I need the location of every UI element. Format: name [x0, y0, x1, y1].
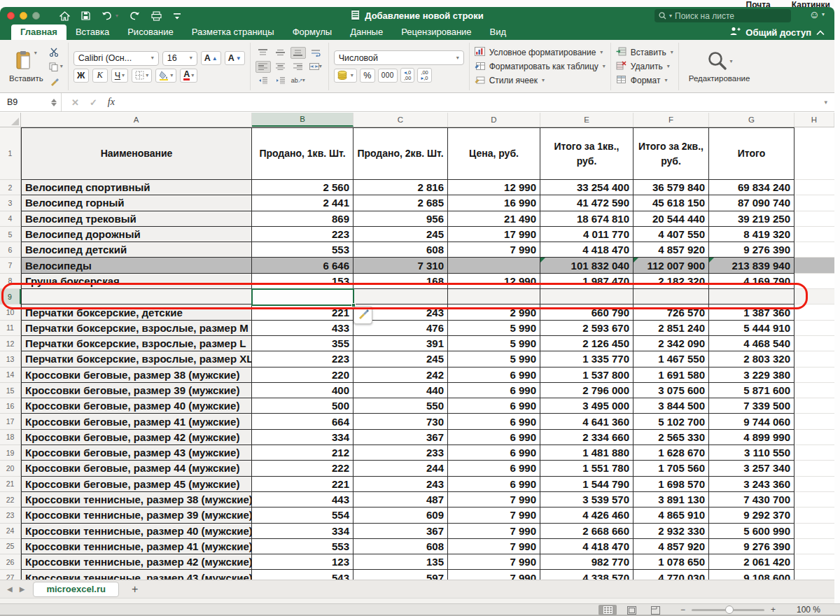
cell[interactable]: 223: [252, 351, 354, 367]
align-bottom-icon[interactable]: [290, 47, 306, 59]
cell[interactable]: [794, 321, 834, 336]
row-header-23[interactable]: 23: [0, 507, 21, 523]
cell[interactable]: 41 472 590: [540, 195, 634, 211]
formula-bar-expand-icon[interactable]: ▾: [824, 99, 827, 106]
cell[interactable]: 12 990: [448, 180, 540, 195]
cell[interactable]: 1 705 560: [634, 461, 709, 476]
cell[interactable]: 3 110 550: [709, 445, 794, 461]
cell[interactable]: Кроссовки беговые, размер 39 (мужские): [21, 383, 252, 398]
cell[interactable]: Велосипед горный: [21, 195, 252, 211]
cell[interactable]: 7 990: [448, 570, 540, 580]
row-header-14[interactable]: 14: [0, 368, 21, 383]
shrink-font-button[interactable]: А▼: [225, 51, 245, 65]
name-box-stepper[interactable]: [51, 99, 57, 106]
cell[interactable]: 69 834 240: [709, 180, 794, 195]
cell[interactable]: 553: [252, 539, 354, 554]
cell[interactable]: 222: [252, 461, 354, 476]
row-header-1[interactable]: 1: [0, 127, 21, 180]
row-header-24[interactable]: 24: [0, 524, 21, 539]
sheet-search-input[interactable]: ▾ Поиск на листе: [654, 9, 791, 22]
cell[interactable]: 1 078 650: [634, 554, 709, 570]
cell[interactable]: [794, 258, 834, 273]
wrap-text-icon[interactable]: [308, 47, 323, 59]
close-window-button[interactable]: [7, 12, 15, 20]
tab-Разметка страницы[interactable]: Разметка страницы: [183, 24, 284, 40]
cell[interactable]: 244: [354, 461, 448, 476]
percent-format-button[interactable]: %: [360, 69, 375, 83]
cell[interactable]: 400: [252, 383, 354, 398]
row-header-7[interactable]: 7: [0, 258, 21, 273]
tab-Данные[interactable]: Данные: [341, 24, 392, 40]
cell[interactable]: Велосипед трековый: [21, 211, 252, 227]
cell[interactable]: 5 990: [448, 321, 540, 336]
tab-Формулы[interactable]: Формулы: [284, 24, 342, 40]
cell[interactable]: 2 685: [354, 195, 448, 211]
cell[interactable]: 212: [252, 445, 354, 461]
cell[interactable]: Кроссовки беговые, размер 41 (мужские): [21, 414, 252, 429]
cut-icon[interactable]: [49, 46, 60, 57]
next-sheet-icon[interactable]: ▶: [20, 585, 25, 593]
align-top-icon[interactable]: [255, 47, 271, 59]
cell[interactable]: [794, 524, 834, 539]
cell[interactable]: Кроссовки теннисные, размер 43 (мужские): [21, 570, 252, 580]
cell[interactable]: 101 832 040: [540, 258, 634, 273]
cell[interactable]: 39 219 250: [709, 211, 794, 227]
cell[interactable]: 391: [354, 336, 448, 351]
cell[interactable]: 7 990: [448, 554, 540, 570]
cell[interactable]: [794, 195, 834, 211]
cell[interactable]: Итого: [709, 127, 794, 180]
cell[interactable]: 367: [354, 524, 448, 539]
cell[interactable]: 367: [354, 430, 448, 445]
sheet-tab-active[interactable]: microexcel.ru: [33, 582, 119, 597]
increase-indent-icon[interactable]: [273, 75, 288, 87]
editing-dropdown-icon[interactable]: ▾: [730, 59, 733, 64]
cell[interactable]: 6 990: [448, 477, 540, 492]
row-header-5[interactable]: 5: [0, 227, 21, 242]
cell[interactable]: Продано, 2кв. Шт.: [354, 127, 448, 180]
column-header-F[interactable]: F: [634, 113, 709, 127]
cell[interactable]: [794, 539, 834, 554]
cell[interactable]: 730: [354, 414, 448, 429]
cell[interactable]: 1 481 880: [540, 445, 634, 461]
cell[interactable]: Кроссовки беговые, размер 40 (мужские): [21, 398, 252, 414]
currency-format-button[interactable]: ▾: [334, 69, 357, 83]
grow-font-button[interactable]: А▲: [201, 51, 221, 65]
cell[interactable]: 2 565 330: [634, 430, 709, 445]
save-icon[interactable]: [81, 11, 90, 20]
cell[interactable]: Велосипед детский: [21, 242, 252, 258]
cell[interactable]: [794, 368, 834, 383]
cell[interactable]: 1 551 780: [540, 461, 634, 476]
tab-Главная[interactable]: Главная: [11, 24, 66, 40]
italic-button[interactable]: К: [92, 69, 108, 83]
cell[interactable]: 2 816: [354, 180, 448, 195]
cell[interactable]: 5 600 990: [709, 524, 794, 539]
cell[interactable]: Кроссовки теннисные, размер 42 (мужские): [21, 554, 252, 570]
cell[interactable]: 18 674 810: [540, 211, 634, 227]
cell[interactable]: Велосипед спортивный: [21, 180, 252, 195]
cell[interactable]: 956: [354, 211, 448, 227]
cell[interactable]: 8 419 320: [709, 227, 794, 242]
cell[interactable]: Кроссовки теннисные, размер 40 (мужские): [21, 524, 252, 539]
undo-icon[interactable]: [102, 11, 113, 20]
cell[interactable]: 7 990: [448, 524, 540, 539]
cell[interactable]: 6 990: [448, 368, 540, 383]
cell[interactable]: 4 418 470: [540, 539, 634, 554]
cell[interactable]: 3 495 000: [540, 398, 634, 414]
cell[interactable]: 221: [252, 477, 354, 492]
cell[interactable]: 4 011 770: [540, 227, 634, 242]
row-header-18[interactable]: 18: [0, 430, 21, 445]
thousands-format-button[interactable]: 000: [378, 69, 398, 83]
cell[interactable]: Кроссовки беговые, размер 45 (мужские): [21, 477, 252, 492]
column-header-G[interactable]: G: [709, 113, 794, 127]
cell[interactable]: 9 744 060: [709, 414, 794, 429]
cell[interactable]: 554: [252, 507, 354, 523]
cell[interactable]: 5 444 910: [709, 321, 794, 336]
underline-button[interactable]: Ч▾: [111, 69, 128, 83]
cells-command-2[interactable]: Удалить▾: [616, 61, 673, 72]
cell[interactable]: 6 646: [252, 258, 354, 273]
cell[interactable]: 4 857 920: [634, 242, 709, 258]
cell[interactable]: 242: [354, 368, 448, 383]
style-command-2[interactable]: Форматировать как таблицу▾: [475, 61, 606, 72]
cell[interactable]: 7 990: [448, 242, 540, 258]
zoom-out-icon[interactable]: −: [680, 605, 685, 615]
